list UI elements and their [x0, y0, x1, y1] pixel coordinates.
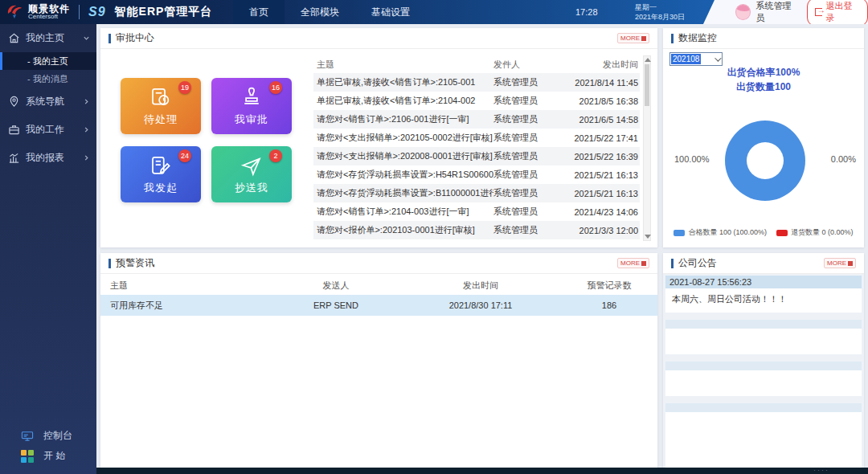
clock-time: 17:28: [575, 0, 598, 24]
data-monitor-title: 数据监控: [678, 31, 717, 45]
title-accent-bar: [108, 259, 111, 268]
announcement-item[interactable]: [665, 320, 862, 354]
tab-basic-settings[interactable]: 基础设置: [355, 0, 426, 24]
approval-row[interactable]: 请您对<支出报销单>:202105-0002进行[审核] 系统管理员 2021/…: [313, 129, 640, 147]
alerts-title: 预警资讯: [116, 256, 154, 270]
sidebar-item-my-home[interactable]: 我的主页: [0, 24, 96, 52]
donut-chart: [725, 121, 805, 201]
tile-my-initiated[interactable]: 24 我发起: [121, 146, 201, 202]
alerts-panel: 预警资讯 MORE 主题 发送人 发出时间 预警记录数 可用库存不足 ERP S…: [100, 253, 657, 474]
approval-row[interactable]: 请您对<销售订单>:2104-003进行[一审] 系统管理员 2021/4/23…: [313, 202, 640, 221]
approval-row[interactable]: 请您对<存货浮动耗损率设置>:H54R1S006002进行[审核] 系统管理员 …: [313, 165, 640, 184]
tile-cc-me[interactable]: 2 抄送我: [211, 146, 292, 202]
scrollbar-thumb[interactable]: [645, 64, 649, 106]
announcement-date: 2021-08-27 15:56:23: [665, 276, 862, 288]
weekday: 星期一: [635, 2, 685, 12]
donut-left-label: 100.00%: [674, 154, 709, 164]
announcements-panel: 公司公告 MORE 2021-08-27 15:56:23 本周六、周日公司活动…: [663, 253, 864, 474]
tab-all-modules[interactable]: 全部模块: [285, 0, 355, 24]
announcements-title: 公司公告: [678, 256, 717, 270]
navigation-pin-icon: [8, 96, 20, 108]
donut-right-label: 0.00%: [831, 154, 856, 164]
cc-me-count-badge: 2: [269, 149, 282, 162]
tile-my-approvals[interactable]: 16 我审批: [211, 78, 292, 134]
brand-block: 顺景软件 Centersoft S9 智能ERP管理平台: [5, 0, 212, 24]
sidebar-item-system-nav[interactable]: 系统导航: [0, 88, 96, 116]
announcement-text: [665, 329, 862, 354]
sidebar-item-my-messages[interactable]: - 我的消息: [0, 70, 96, 88]
approval-table-header: 主题 发件人 发出时间: [313, 55, 640, 73]
approval-row[interactable]: 单据已审核,请接收<销售订单>:2105-001 系统管理员 2021/8/14…: [313, 73, 640, 92]
scroll-down-icon[interactable]: [645, 235, 651, 239]
announcement-item[interactable]: [665, 362, 862, 396]
user-avatar[interactable]: [735, 4, 751, 20]
title-accent-bar: [671, 34, 674, 43]
sidebar-item-my-work[interactable]: 我的工作: [0, 116, 96, 144]
logout-button[interactable]: 退出登录: [807, 0, 868, 27]
start-grid-icon: [21, 450, 34, 463]
tile-pending[interactable]: 19 待处理: [121, 78, 201, 134]
chevron-down-icon: [714, 55, 721, 61]
user-area: 系统管理员 退出登录: [703, 0, 868, 24]
approval-center-title: 审批中心: [116, 31, 154, 45]
title-accent-bar: [671, 259, 674, 268]
chevron-right-icon: [83, 154, 90, 161]
period-selected-value: 202108: [671, 54, 701, 64]
approval-more-link[interactable]: MORE: [617, 33, 649, 43]
alerts-more-link[interactable]: MORE: [617, 258, 649, 268]
sidebar-item-my-home-sub[interactable]: - 我的主页: [0, 52, 96, 70]
main-content: 审批中心 MORE 19 待处理 16 我审批: [96, 24, 868, 474]
top-bar: 顺景软件 Centersoft S9 智能ERP管理平台 首页 全部模块 基础设…: [0, 0, 868, 24]
announcement-date: [665, 362, 862, 370]
more-icon: [641, 261, 646, 266]
bottom-bar-dots: ····: [813, 466, 829, 474]
approval-center-panel: 审批中心 MORE 19 待处理 16 我审批: [100, 28, 657, 247]
tab-home[interactable]: 首页: [233, 0, 285, 24]
legend-swatch: [776, 230, 788, 236]
brand-divider: [79, 5, 80, 19]
my-initiated-count-badge: 24: [178, 149, 191, 162]
more-icon: [848, 261, 853, 266]
paper-plane-icon: [240, 154, 264, 178]
chevron-right-icon: [83, 98, 90, 105]
sidebar: 我的主页 - 我的主页 - 我的消息 系统导航 我的工作 我的报表: [0, 24, 96, 474]
scroll-up-icon[interactable]: [645, 58, 651, 62]
alert-row[interactable]: 可用库存不足 ERP SEND 2021/8/30 17:11 186: [100, 295, 657, 316]
company-logo-icon: [5, 2, 24, 22]
console-button[interactable]: 控制台: [0, 426, 96, 446]
data-monitor-panel: 数据监控 202108 出货合格率100% 出货数量100 100.00% 0.…: [663, 28, 864, 247]
approval-table: 主题 发件人 发出时间 单据已审核,请接收<销售订单>:2105-001 系统管…: [313, 55, 640, 241]
shipment-qty-text: 出货数量100: [663, 80, 864, 94]
alerts-table-header: 主题 发送人 发出时间 预警记录数: [100, 276, 657, 295]
pass-rate-text: 出货合格率100%: [663, 65, 864, 80]
start-button[interactable]: 开 始: [0, 446, 96, 466]
report-chart-icon: [8, 152, 20, 164]
legend-item-qualified[interactable]: 合格数量 100 (100.00%): [674, 227, 767, 238]
announcements-more-link[interactable]: MORE: [824, 258, 856, 268]
stamp-icon: [240, 86, 264, 110]
chevron-down-icon: [83, 35, 90, 42]
approval-row[interactable]: 单据已审核,请接收<销售订单>:2104-002 系统管理员 2021/8/5 …: [313, 92, 640, 110]
period-select[interactable]: 202108: [669, 52, 723, 66]
approval-table-scrollbar[interactable]: [643, 55, 651, 241]
bottom-bar: ····: [96, 468, 868, 474]
pending-count-badge: 19: [178, 81, 191, 94]
legend-item-returned[interactable]: 退货数量 0 (0.00%): [776, 227, 854, 238]
approval-row[interactable]: 请您对<存货浮动耗损率设置>:B11000001进行[审核] 系统管理员 202…: [313, 184, 640, 202]
announcement-item[interactable]: [665, 403, 862, 468]
approval-row[interactable]: 请您对<报价单>:202103-0001进行[审核] 系统管理员 2021/3/…: [313, 221, 640, 239]
approval-row[interactable]: 请您对<支出报销单>:202008-0001进行[审核] 系统管理员 2021/…: [313, 147, 640, 165]
company-name-en: Centersoft: [28, 14, 70, 20]
product-logo: S9: [88, 5, 106, 19]
title-accent-bar: [108, 34, 111, 43]
approval-row[interactable]: 请您对<销售订单>:2106-001进行[一审] 系统管理员 2021/6/5 …: [313, 110, 640, 129]
announcement-text: 本周六、周日公司活动！！！: [665, 288, 862, 313]
announcement-text: [665, 370, 862, 396]
top-navigation: 首页 全部模块 基础设置: [233, 0, 426, 24]
announcement-item[interactable]: 2021-08-27 15:56:23 本周六、周日公司活动！！！: [665, 276, 862, 313]
alerts-table: 主题 发送人 发出时间 预警记录数 可用库存不足 ERP SEND 2021/8…: [100, 276, 657, 316]
console-monitor-icon: [21, 431, 34, 442]
chart-legend: 合格数量 100 (100.00%) 退货数量 0 (0.00%): [663, 227, 864, 238]
app-title: 智能ERP管理平台: [115, 5, 213, 19]
sidebar-item-my-reports[interactable]: 我的报表: [0, 144, 96, 172]
